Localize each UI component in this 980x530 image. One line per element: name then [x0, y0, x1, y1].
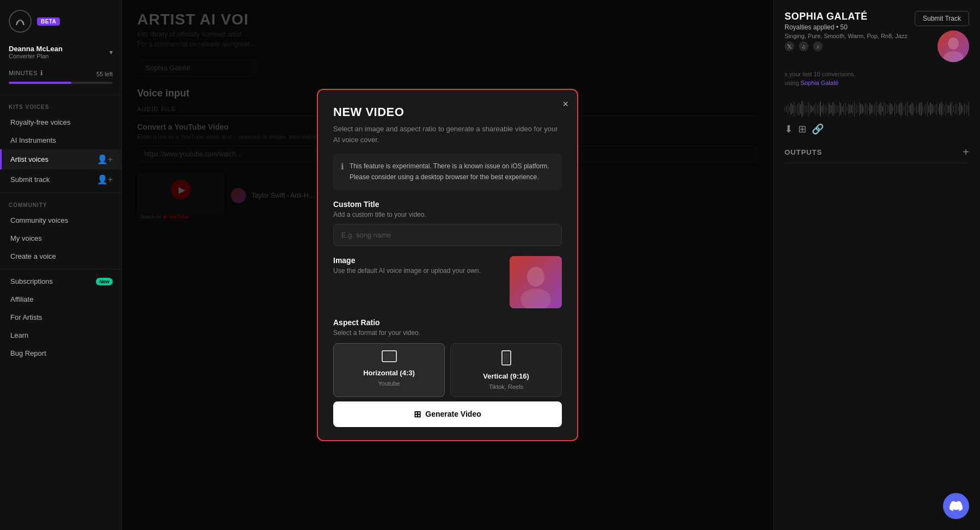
- image-thumbnail[interactable]: [510, 256, 562, 308]
- conversion-info: s your last 10 conversions.: [785, 71, 969, 77]
- modal-title: NEW VIDEO: [333, 105, 562, 119]
- sidebar-item-create-voice[interactable]: Create a voice: [0, 247, 121, 265]
- waveform-bar: [836, 105, 836, 113]
- minutes-bar-background: [9, 82, 113, 84]
- spotify-icon[interactable]: ♫: [799, 41, 808, 51]
- sidebar-item-learn[interactable]: Learn: [0, 326, 121, 344]
- waveform-bar: [879, 104, 879, 114]
- artist-avatar-section: Submit Track: [915, 11, 969, 62]
- waveform-bar: [910, 105, 910, 113]
- discord-icon: [950, 499, 963, 513]
- waveform-bar: [834, 103, 835, 114]
- waveform-bar: [898, 106, 898, 112]
- user-section[interactable]: Deanna McLean Converter Plan ▾: [0, 40, 121, 65]
- waveform-bar: [933, 106, 934, 112]
- sidebar-item-ai-instruments[interactable]: AI Instruments: [0, 131, 121, 149]
- twitter-icon[interactable]: 𝕏: [785, 41, 794, 51]
- artist-tags: Singing, Pure, Smooth, Warm, Pop, Rn8, J…: [785, 33, 908, 39]
- section-label-kits: KITS VOICES: [0, 99, 121, 113]
- waveform-bar: [964, 103, 965, 115]
- add-track-icon[interactable]: 👤+: [97, 174, 113, 185]
- modal-overlay[interactable]: × NEW VIDEO Select an image and aspect r…: [122, 0, 773, 530]
- waveform-bar: [847, 107, 847, 111]
- waveform-bar: [862, 105, 862, 113]
- waveform-bar: [794, 101, 794, 117]
- sidebar-item-royalty-free[interactable]: Royalty-free voices: [0, 113, 121, 131]
- tiktok-icon[interactable]: ♪: [813, 41, 823, 51]
- waveform-bar: [942, 104, 943, 114]
- waveform-bar: [904, 106, 904, 112]
- waveform-bar: [938, 107, 939, 111]
- waveform-bar: [867, 104, 867, 114]
- artist-info-section: SOPHIA GALATÉ Royalties applied • 50 Sin…: [785, 11, 908, 51]
- submit-track-button[interactable]: Submit Track: [915, 11, 969, 26]
- aspect-options: Horizontal (4:3) Youtube Vertical (9:16): [333, 343, 562, 397]
- new-video-modal: × NEW VIDEO Select an image and aspect r…: [317, 89, 578, 441]
- sidebar-item-submit-track[interactable]: Submit track 👤+: [0, 169, 121, 190]
- waveform-bar: [825, 105, 825, 113]
- waveform-bar: [895, 102, 895, 115]
- waveform-bar: [907, 101, 908, 117]
- discord-button[interactable]: [943, 493, 969, 519]
- aspect-ratio-section: Aspect Ratio Select a format for your vi…: [333, 318, 562, 397]
- waveform-bar: [874, 103, 875, 114]
- download-button[interactable]: ⬇: [785, 123, 793, 135]
- info-icon: ℹ: [40, 69, 44, 77]
- waveform-bar: [913, 103, 914, 114]
- sidebar-item-for-artists[interactable]: For Artists: [0, 308, 121, 326]
- image-aspect-row: Image Use the default AI voice image or …: [333, 256, 562, 308]
- waveform-bar: [831, 105, 831, 113]
- link-button[interactable]: 🔗: [812, 123, 824, 135]
- svg-rect-7: [504, 352, 509, 363]
- sidebar-item-community-voices[interactable]: Community voices: [0, 211, 121, 229]
- waveform-bar: [823, 103, 824, 114]
- artist-voices-label: Artist voices: [10, 155, 48, 163]
- modal-close-button[interactable]: ×: [562, 99, 568, 110]
- waveform-bar: [822, 106, 822, 112]
- outputs-title: OUTPUTS: [785, 148, 822, 156]
- share-button[interactable]: ⊞: [798, 123, 806, 135]
- generate-video-button[interactable]: ⊞ Generate Video: [333, 401, 562, 427]
- waveform-bar: [924, 106, 924, 112]
- waveform-bar: [932, 104, 932, 114]
- svg-rect-5: [384, 352, 395, 360]
- waveform-bar: [926, 103, 926, 114]
- waveform-bar: [887, 105, 887, 113]
- beta-badge: BETA: [37, 17, 60, 26]
- waveform-bar: [955, 104, 955, 114]
- horizontal-sub: Youtube: [378, 380, 400, 387]
- using-voice-label: using Sophia Galaté: [785, 80, 969, 86]
- waveform-bar: [880, 102, 881, 115]
- waveform-bar: [853, 103, 853, 115]
- minutes-left: 55 left: [96, 71, 113, 77]
- waveform-bar: [915, 107, 915, 111]
- sidebar-item-subscriptions[interactable]: Subscriptions New: [0, 272, 121, 290]
- artist-image-preview: [510, 256, 562, 308]
- vertical-icon: [501, 350, 511, 369]
- waveform-bar: [889, 105, 889, 113]
- user-info: Deanna McLean Converter Plan: [9, 45, 63, 59]
- svg-point-9: [948, 38, 959, 50]
- waveform-bar: [817, 105, 818, 113]
- sidebar-item-bug-report[interactable]: Bug Report: [0, 344, 121, 362]
- using-voice-link[interactable]: Sophia Galaté: [800, 80, 838, 86]
- horizontal-label: Horizontal (4:3): [363, 369, 415, 377]
- custom-title-input[interactable]: [333, 224, 562, 246]
- main-content: ARTIST AI VOI Kits library of officially…: [122, 0, 773, 530]
- sidebar-item-affiliate[interactable]: Affiliate: [0, 290, 121, 308]
- waveform-bar: [902, 104, 903, 114]
- waveform-bar: [930, 102, 930, 115]
- waveform-bar: [893, 107, 893, 111]
- waveform-bar: [795, 105, 796, 113]
- custom-title-desc: Add a custom title to your video.: [333, 211, 562, 218]
- sidebar-item-artist-voices[interactable]: Artist voices 👤+: [0, 149, 121, 169]
- sidebar-item-my-voices[interactable]: My voices: [0, 229, 121, 247]
- add-output-button[interactable]: +: [963, 146, 969, 159]
- aspect-option-vertical[interactable]: Vertical (9:16) Tiktok, Reels: [450, 343, 562, 397]
- aspect-option-horizontal[interactable]: Horizontal (4:3) Youtube: [333, 343, 445, 397]
- divider-2: [0, 193, 121, 193]
- waveform-bar: [869, 103, 870, 115]
- add-artist-icon[interactable]: 👤+: [97, 154, 113, 165]
- artist-avatar: [938, 31, 969, 62]
- info-text: This feature is experimental. There is a…: [350, 161, 554, 182]
